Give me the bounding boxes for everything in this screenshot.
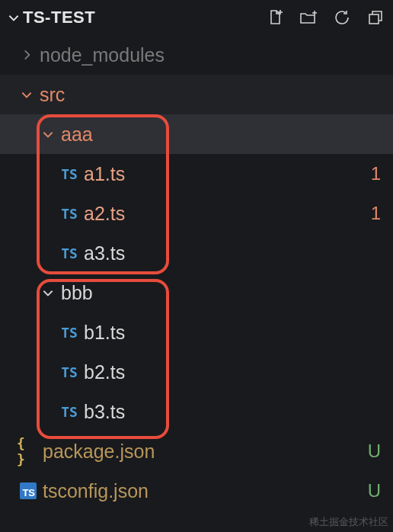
watermark: 稀土掘金技术社区 [309, 515, 388, 529]
new-folder-icon[interactable] [299, 8, 318, 27]
project-title: TS-TEST [21, 8, 265, 27]
typescript-icon: TS [58, 245, 81, 261]
explorer-header: TS-TEST [0, 0, 393, 35]
git-status-untracked: U [368, 441, 382, 462]
new-file-icon[interactable] [265, 8, 285, 27]
file-label: a1.ts [81, 163, 371, 185]
folder-label: node_modules [37, 44, 382, 66]
header-actions [265, 8, 385, 27]
file-package-json[interactable]: { } package.json U [0, 431, 393, 471]
tsconfig-icon: TS [17, 482, 40, 499]
typescript-icon: TS [58, 166, 81, 182]
folder-bbb[interactable]: bbb [0, 273, 393, 312]
collapse-all-icon[interactable] [366, 8, 385, 27]
chevron-down-icon [38, 127, 58, 141]
file-label: tsconfig.json [40, 480, 368, 502]
folder-src[interactable]: src [0, 75, 393, 114]
git-status-untracked: U [368, 480, 382, 502]
folder-node-modules[interactable]: node_modules [0, 35, 393, 75]
file-label: b1.ts [81, 322, 382, 344]
typescript-icon: TS [58, 206, 81, 222]
file-label: package.json [40, 441, 368, 463]
problem-count: 1 [371, 163, 382, 184]
folder-label: aaa [58, 123, 381, 146]
refresh-icon[interactable] [332, 8, 352, 27]
chevron-right-icon [17, 48, 37, 62]
file-label: a3.ts [81, 242, 382, 264]
svg-rect-4 [369, 14, 379, 24]
file-b2[interactable]: TS b2.ts [0, 352, 393, 392]
folder-label: src [37, 84, 381, 106]
chevron-down-icon [38, 286, 58, 300]
file-a2[interactable]: TS a2.ts 1 [0, 194, 393, 233]
typescript-icon: TS [58, 364, 81, 380]
file-b1[interactable]: TS b1.ts [0, 312, 393, 352]
file-label: b3.ts [81, 401, 382, 423]
file-label: a2.ts [81, 203, 371, 225]
json-icon: { } [17, 435, 40, 467]
problem-count: 1 [371, 203, 382, 224]
chevron-down-icon [17, 88, 37, 101]
typescript-icon: TS [58, 325, 81, 341]
file-b3[interactable]: TS b3.ts [0, 392, 393, 431]
folder-label: bbb [58, 282, 382, 304]
file-label: b2.ts [81, 361, 382, 383]
file-a3[interactable]: TS a3.ts [0, 233, 393, 273]
folder-aaa[interactable]: aaa [0, 114, 393, 154]
file-a1[interactable]: TS a1.ts 1 [0, 154, 393, 194]
typescript-icon: TS [58, 404, 81, 420]
collapse-section-icon[interactable] [6, 11, 21, 24]
file-tsconfig-json[interactable]: TS tsconfig.json U [0, 471, 393, 511]
